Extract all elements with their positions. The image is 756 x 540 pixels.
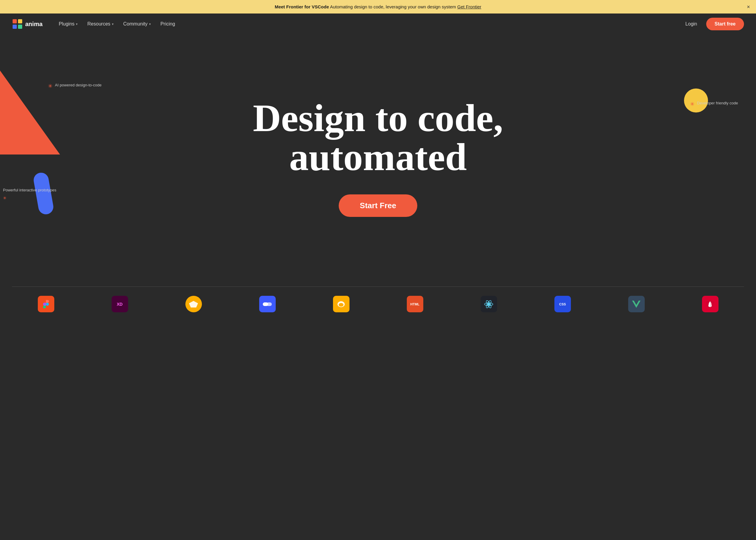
nav-item-community[interactable]: Community ▾ (119, 19, 155, 29)
list-item (259, 296, 276, 312)
hero-start-free-button[interactable]: Start Free (339, 195, 417, 217)
nav-right: Login Start free (681, 18, 744, 30)
list-item (186, 296, 202, 312)
nav-start-free-button[interactable]: Start free (706, 18, 744, 30)
list-item (333, 296, 349, 312)
overflow-icon (259, 296, 276, 312)
svg-point-10 (487, 303, 490, 305)
announcement-bar: Meet Frontier for VSCode Automating desi… (0, 0, 756, 14)
plugins-chevron-icon: ▾ (76, 22, 78, 26)
list-item (481, 296, 497, 312)
angular-icon (702, 296, 718, 312)
figma-icon (38, 296, 54, 312)
ai-powered-label: ✳ AI powered design-to-code (48, 82, 101, 90)
ai-asterisk-icon: ✳ (48, 82, 53, 90)
react-icon (481, 296, 497, 312)
list-item (38, 296, 54, 312)
nav-login-link[interactable]: Login (681, 19, 701, 29)
resources-chevron-icon: ▾ (112, 22, 114, 26)
svg-point-9 (339, 303, 343, 307)
html-icon: HTML (407, 296, 423, 312)
prototypes-asterisk-icon: ✳ (3, 195, 7, 201)
css-icon: CSS (555, 296, 571, 312)
logos-bar: XD HTML (0, 287, 756, 321)
powerful-prototypes-label: Powerful interactive prototypes ✳ (3, 188, 57, 201)
nav-item-plugins[interactable]: Plugins ▾ (55, 19, 82, 29)
hero-title: Design to code, automated (253, 98, 503, 177)
svg-marker-5 (189, 301, 198, 308)
announcement-text: Meet Frontier for VSCode Automating desi… (275, 4, 481, 9)
nav-links: Plugins ▾ Resources ▾ Community ▾ Pricin… (55, 19, 681, 29)
ai-powered-text: AI powered design-to-code (55, 82, 101, 88)
prototypes-asterisk-row: ✳ (3, 195, 7, 201)
hero-title-line1: Design to code, (253, 96, 503, 140)
svg-rect-4 (18, 25, 22, 29)
hero-section: ✳ AI powered design-to-code ✳ Developer … (0, 35, 756, 287)
announcement-link[interactable]: Get Frontier (457, 4, 481, 9)
hero-cta-container: Start Free (339, 195, 417, 217)
developer-friendly-label: ✳ Developer friendly code (690, 100, 738, 108)
navbar: anima Plugins ▾ Resources ▾ Community ▾ … (0, 14, 756, 35)
dev-asterisk-icon: ✳ (690, 100, 694, 108)
developer-friendly-text: Developer friendly code (697, 100, 738, 106)
zeplin-icon (333, 296, 349, 312)
list-item: HTML (407, 296, 423, 312)
nav-item-resources[interactable]: Resources ▾ (83, 19, 118, 29)
powerful-prototypes-text: Powerful interactive prototypes (3, 188, 57, 193)
list-item (628, 296, 645, 312)
svg-rect-7 (266, 302, 272, 306)
svg-rect-3 (13, 25, 17, 29)
svg-rect-2 (18, 19, 22, 23)
vue-icon (628, 296, 645, 312)
sketch-icon (186, 296, 202, 312)
nav-item-pricing[interactable]: Pricing (156, 19, 180, 29)
hero-title-line2: automated (289, 135, 467, 179)
announcement-close-button[interactable]: × (747, 4, 750, 10)
announcement-normal: Automating design to code, leveraging yo… (330, 4, 456, 9)
list-item (702, 296, 718, 312)
svg-rect-1 (13, 19, 17, 23)
adobexd-icon: XD (112, 296, 128, 312)
anima-logo-icon (12, 19, 23, 29)
nav-logo-text: anima (25, 21, 43, 28)
list-item: XD (112, 296, 128, 312)
announcement-bold: Meet Frontier for VSCode (275, 4, 329, 9)
community-chevron-icon: ▾ (149, 22, 151, 26)
nav-logo[interactable]: anima (12, 19, 43, 29)
list-item: CSS (555, 296, 571, 312)
